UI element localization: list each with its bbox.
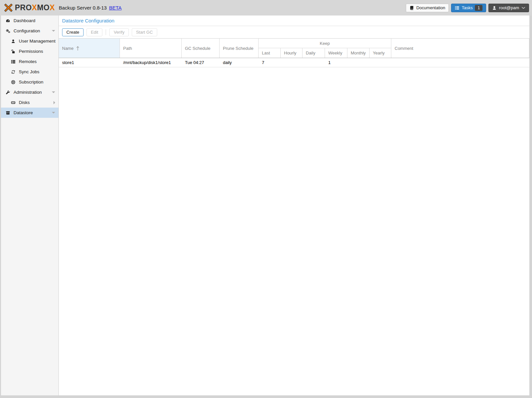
archive-box-icon <box>5 111 11 115</box>
table-row[interactable]: store1 /mnt/backup/disk1/store1 Tue 04:2… <box>59 58 529 67</box>
tasks-label: Tasks <box>462 5 473 10</box>
column-header-name[interactable]: Name <box>59 39 120 58</box>
sync-icon <box>10 70 16 74</box>
sidebar-item-configuration[interactable]: Configuration <box>1 26 58 36</box>
sidebar-item-label: Disks <box>19 100 30 105</box>
wrench-icon <box>5 90 11 95</box>
topbar: PROXMOX Backup Server 0.8-13 BETA Docume… <box>0 0 532 16</box>
create-button[interactable]: Create <box>62 28 84 36</box>
hdd-icon <box>10 100 16 105</box>
expand-arrow-icon[interactable] <box>53 101 55 104</box>
column-header-gc-schedule[interactable]: GC Schedule <box>182 39 220 58</box>
column-group-header-keep[interactable]: Keep <box>259 39 391 48</box>
proxmox-x-icon <box>4 3 13 12</box>
cell-keep-group: 7 1 <box>259 58 391 67</box>
cell-keep-yearly <box>370 58 391 67</box>
user-label: root@pam <box>499 5 519 10</box>
start-gc-button[interactable]: Start GC <box>132 28 157 36</box>
column-label: Prune Schedule <box>223 46 254 51</box>
cell-prune-schedule: daily <box>220 58 259 67</box>
gears-icon <box>5 29 11 33</box>
app-title: Backup Server 0.8-13 <box>59 5 107 11</box>
tasks-button[interactable]: Tasks 1 <box>451 4 486 12</box>
cell-comment <box>391 58 529 67</box>
column-header-keep-weekly[interactable]: Weekly <box>325 48 347 58</box>
table-header: Name Path GC Schedule Prune Schedule Kee… <box>59 38 529 58</box>
page-title: Datastore Configuration <box>59 16 529 26</box>
wordmark-seg: PRO <box>15 3 32 12</box>
life-ring-icon <box>10 80 16 84</box>
sidebar-item-sync-jobs[interactable]: Sync Jobs <box>1 67 58 77</box>
wordmark-seg: X <box>32 3 37 12</box>
sidebar-item-label: Dashboard <box>14 18 35 23</box>
cell-path: /mnt/backup/disk1/store1 <box>120 58 182 67</box>
sidebar-item-administration[interactable]: Administration <box>1 87 58 97</box>
collapse-arrow-icon[interactable] <box>52 91 55 93</box>
column-label: GC Schedule <box>185 46 210 51</box>
sidebar-item-label: Configuration <box>14 28 40 33</box>
tasks-count-badge: 1 <box>475 5 482 11</box>
collapse-arrow-icon[interactable] <box>52 112 55 114</box>
toolbar: Create Edit Verify Start GC <box>59 26 529 38</box>
column-header-path[interactable]: Path <box>120 39 182 58</box>
book-icon <box>409 6 414 10</box>
cell-keep-monthly <box>347 58 370 67</box>
main-layout: Dashboard Configuration User Management <box>1 16 529 395</box>
edit-button[interactable]: Edit <box>87 28 102 36</box>
content-panel: Datastore Configuration Create Edit Veri… <box>59 16 529 395</box>
user-icon <box>492 6 497 10</box>
chevron-down-icon <box>521 6 525 10</box>
column-label: Name <box>62 46 74 51</box>
sidebar-item-datastore[interactable]: Datastore <box>1 108 58 118</box>
sidebar: Dashboard Configuration User Management <box>1 16 59 395</box>
sidebar-item-dashboard[interactable]: Dashboard <box>1 16 58 26</box>
column-header-keep-last[interactable]: Last <box>259 48 281 58</box>
cell-keep-daily <box>302 58 325 67</box>
documentation-button[interactable]: Documentation <box>406 4 449 12</box>
sidebar-item-disks[interactable]: Disks <box>1 97 58 108</box>
column-header-keep-daily[interactable]: Daily <box>302 48 325 58</box>
dashboard-gauge-icon <box>5 18 11 23</box>
column-header-prune-schedule[interactable]: Prune Schedule <box>220 39 259 58</box>
proxmox-logo: PROXMOX <box>4 3 55 12</box>
toolbar-separator <box>106 29 106 35</box>
sidebar-item-remotes[interactable]: Remotes <box>1 56 58 67</box>
cell-name: store1 <box>59 58 120 67</box>
cell-keep-weekly: 1 <box>325 58 347 67</box>
sidebar-item-label: Datastore <box>14 110 33 115</box>
sort-ascending-icon <box>76 46 80 51</box>
collapse-arrow-icon[interactable] <box>52 30 55 32</box>
server-list-icon <box>10 59 16 64</box>
column-header-keep-hourly[interactable]: Hourly <box>281 48 302 58</box>
column-label: Comment <box>395 46 413 51</box>
cell-keep-last: 7 <box>259 58 281 67</box>
topbar-actions: Documentation Tasks 1 root@pam <box>406 4 529 12</box>
documentation-label: Documentation <box>416 5 445 10</box>
wordmark-seg: MO <box>37 3 50 12</box>
unlock-icon <box>10 49 16 54</box>
sidebar-item-subscription[interactable]: Subscription <box>1 77 58 87</box>
cell-gc-schedule: Tue 04:27 <box>182 58 220 67</box>
sidebar-item-label: Subscription <box>19 80 43 84</box>
sidebar-item-label: Remotes <box>19 59 37 64</box>
proxmox-wordmark: PROXMOX <box>15 4 55 12</box>
user-menu-button[interactable]: root@pam <box>488 4 529 12</box>
column-header-keep-monthly[interactable]: Monthly <box>347 48 370 58</box>
beta-link[interactable]: BETA <box>109 5 122 11</box>
sidebar-item-label: Administration <box>14 90 42 95</box>
verify-button[interactable]: Verify <box>109 28 129 36</box>
column-label: Path <box>123 46 132 51</box>
column-header-comment[interactable]: Comment <box>391 39 529 58</box>
sidebar-item-permissions[interactable]: Permissions <box>1 46 58 56</box>
sidebar-item-label: User Management <box>19 39 55 44</box>
keep-subcolumns: Last Hourly Daily Weekly Monthly Yearly <box>259 48 391 58</box>
user-icon <box>10 39 16 44</box>
sidebar-item-label: Permissions <box>19 49 43 54</box>
wordmark-seg: X <box>50 3 55 12</box>
sidebar-item-label: Sync Jobs <box>19 69 39 74</box>
sidebar-item-user-management[interactable]: User Management <box>1 36 58 46</box>
cell-keep-hourly <box>281 58 302 67</box>
column-header-keep-yearly[interactable]: Yearly <box>370 48 391 58</box>
column-group-keep: Keep Last Hourly Daily Weekly Monthly Ye… <box>259 39 391 58</box>
tasks-list-icon <box>455 6 459 10</box>
